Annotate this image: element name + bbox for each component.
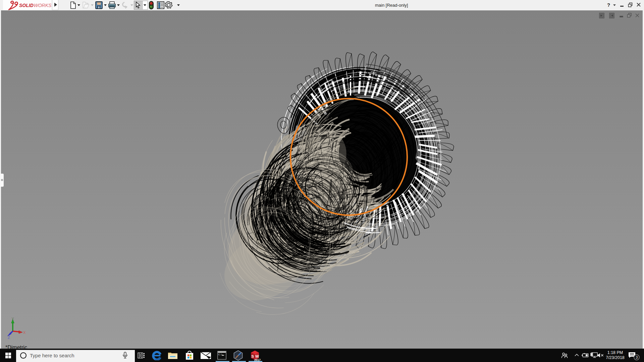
svg-text:C:\: C:\ [218, 353, 223, 356]
svg-text:WORKS: WORKS [34, 3, 52, 8]
svg-text:W: W [255, 354, 259, 358]
svg-text:S: S [252, 354, 254, 358]
svg-text:SOLID: SOLID [19, 3, 34, 8]
svg-text:X: X [23, 330, 26, 335]
svg-text:Z: Z [8, 336, 10, 340]
svg-text:3: 3 [636, 355, 638, 359]
